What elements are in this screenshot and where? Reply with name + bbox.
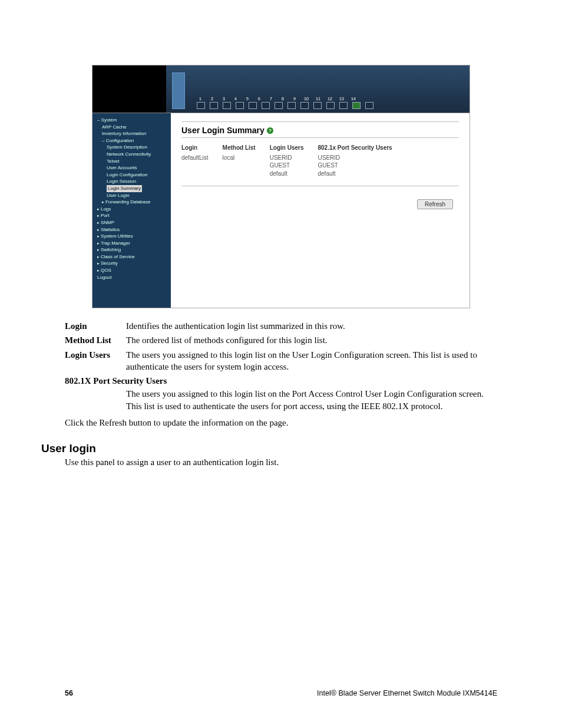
nav-qos[interactable]: QOS xyxy=(101,268,111,273)
port-label: 6 xyxy=(256,97,263,101)
refresh-button[interactable]: Refresh xyxy=(417,199,453,209)
def-term-login: Login xyxy=(65,320,126,332)
th-port-security-users: 802.1x Port Security Users xyxy=(318,144,392,152)
nav-trap-manager[interactable]: Trap Manager xyxy=(101,241,130,246)
device-badge xyxy=(172,73,185,109)
page-number: 56 xyxy=(65,689,73,697)
nav-logs[interactable]: Logs xyxy=(101,206,111,212)
td-login: defaultList xyxy=(181,154,209,162)
td-login-users-2: default xyxy=(270,170,304,178)
nav-forwarding-database[interactable]: Forwarding Database xyxy=(105,199,150,205)
def-body-port-security-users: The users you assigned to this login lis… xyxy=(126,388,497,412)
nav-port[interactable]: Port xyxy=(101,213,110,218)
port-label: 13 xyxy=(338,97,345,101)
screenshot-user-login-summary: 1234567891011121314 System ARP Cache Inv… xyxy=(92,65,470,308)
switch-port[interactable] xyxy=(326,102,335,109)
summary-table: Login defaultList Method List local Logi… xyxy=(181,144,459,177)
device-header: 1234567891011121314 xyxy=(92,65,470,113)
content-title: User Login Summary ? xyxy=(181,126,459,135)
nav-network-connectivity[interactable]: Network Connectivity xyxy=(107,151,151,157)
switch-port[interactable] xyxy=(249,102,257,109)
def-term-method-list: Method List xyxy=(65,334,126,346)
nav-system[interactable]: System xyxy=(101,117,117,123)
nav-inventory[interactable]: Inventory Information xyxy=(102,131,146,136)
port-label: 8 xyxy=(279,97,286,101)
port-label: 11 xyxy=(315,97,322,101)
section-body-user-login: Use this panel to assign a user to an au… xyxy=(65,457,497,467)
nav-login-configuration[interactable]: Login Configuration xyxy=(107,172,147,177)
switch-port[interactable] xyxy=(223,102,231,109)
help-icon[interactable]: ? xyxy=(267,127,273,134)
td-portsec-0: USERID xyxy=(318,154,392,162)
td-portsec-1: GUEST xyxy=(318,162,392,170)
nav-logout[interactable]: Logout xyxy=(97,275,111,280)
port-label: 4 xyxy=(232,97,239,101)
nav-arp-cache[interactable]: ARP Cache xyxy=(102,124,127,130)
port-label: 5 xyxy=(244,97,251,101)
port-label: 9 xyxy=(291,97,298,101)
td-method-list: local xyxy=(223,154,256,162)
port-label: 7 xyxy=(267,97,275,101)
th-login-users: Login Users xyxy=(270,144,304,152)
switch-port[interactable] xyxy=(365,102,373,109)
port-label: 1 xyxy=(197,97,204,101)
nav-class-of-service[interactable]: Class of Service xyxy=(101,254,135,259)
nav-snmp[interactable]: SNMP xyxy=(101,220,114,225)
switch-port[interactable] xyxy=(210,102,218,109)
switch-port[interactable] xyxy=(275,102,283,109)
port-label: 10 xyxy=(303,97,310,101)
def-body-login: Identifies the authentication login list… xyxy=(126,320,497,332)
nav-user-login[interactable]: User Login xyxy=(107,193,130,198)
port-label: 14 xyxy=(350,97,357,101)
th-login: Login xyxy=(181,144,209,152)
switch-port[interactable] xyxy=(197,102,205,109)
switch-port[interactable] xyxy=(287,102,296,109)
def-body-method-list: The ordered list of methods configured f… xyxy=(126,334,497,346)
nav-security[interactable]: Security xyxy=(101,261,118,266)
td-login-users-0: USERID xyxy=(270,154,304,162)
nav-configuration[interactable]: Configuration xyxy=(106,138,134,143)
switch-port[interactable] xyxy=(352,102,361,109)
nav-login-summary-selected[interactable]: Login Summary xyxy=(107,185,142,192)
switch-port[interactable] xyxy=(262,102,270,109)
nav-tree: System ARP Cache Inventory Information C… xyxy=(92,113,171,308)
port-label: 2 xyxy=(209,97,216,101)
switch-ports: 1234567891011121314 xyxy=(197,97,373,109)
def-term-login-users: Login Users xyxy=(65,349,126,361)
port-label: 3 xyxy=(220,97,227,101)
nav-telnet[interactable]: Telnet xyxy=(107,159,119,164)
content-pane: User Login Summary ? Login defaultList M… xyxy=(171,113,470,308)
nav-statistics[interactable]: Statistics xyxy=(101,227,120,232)
nav-login-session[interactable]: Login Session xyxy=(107,179,136,184)
nav-system-description[interactable]: System Description xyxy=(107,144,147,150)
def-body-login-users: The users you assigned to this login lis… xyxy=(126,349,497,373)
switch-port[interactable] xyxy=(300,102,309,109)
nav-switching[interactable]: Switching xyxy=(101,247,121,252)
page-footer: 56 Intel® Blade Server Ethernet Switch M… xyxy=(65,689,497,697)
td-login-users-1: GUEST xyxy=(270,162,304,170)
td-portsec-2: default xyxy=(318,170,392,178)
def-term-port-security-users: 802.1X Port Security Users xyxy=(65,375,497,387)
nav-system-utilities[interactable]: System Utilities xyxy=(101,233,133,239)
switch-port[interactable] xyxy=(236,102,244,109)
section-heading-user-login: User login xyxy=(41,442,497,455)
switch-port[interactable] xyxy=(339,102,348,109)
switch-port[interactable] xyxy=(313,102,322,109)
footer-product: Intel® Blade Server Ethernet Switch Modu… xyxy=(317,689,497,697)
refresh-note: Click the Refresh button to update the i… xyxy=(65,418,497,428)
nav-user-accounts[interactable]: User Accounts xyxy=(107,165,137,170)
th-method-list: Method List xyxy=(223,144,256,152)
port-label: 12 xyxy=(326,97,333,101)
